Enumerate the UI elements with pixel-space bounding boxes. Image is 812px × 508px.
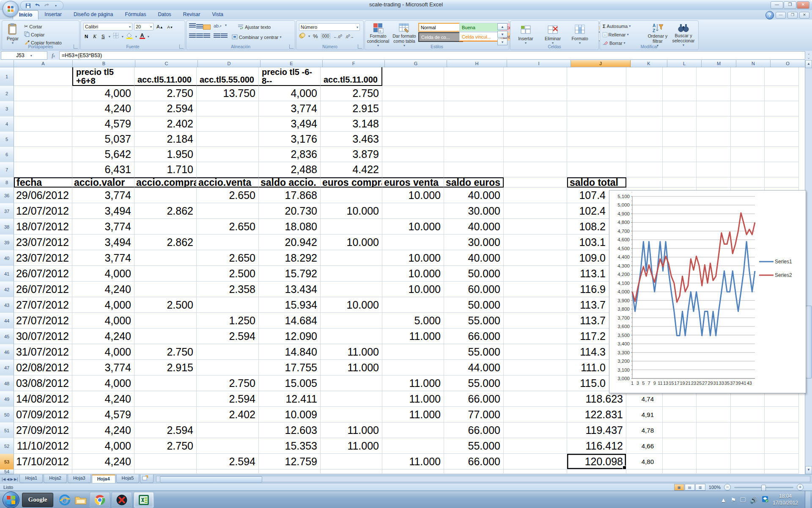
ribbon-tab-datos[interactable]: Datos	[152, 10, 177, 19]
copy-button[interactable]: Copiar	[24, 31, 62, 38]
fill-color-button[interactable]	[126, 33, 133, 41]
cell-C51[interactable]: 2.594	[134, 422, 197, 438]
cell-B47[interactable]: 3,774	[72, 360, 134, 375]
cell-B45[interactable]: 4,240	[72, 329, 134, 344]
cell-H54[interactable]	[444, 469, 504, 474]
column-header-C[interactable]: C	[135, 60, 198, 67]
font-dialog-launcher[interactable]	[179, 44, 184, 49]
cell-A46[interactable]: 31/07/2012	[14, 344, 72, 360]
cell-I41[interactable]	[504, 266, 567, 282]
align-center-icon[interactable]	[196, 33, 203, 38]
cell-E40[interactable]: 18.292	[259, 250, 321, 266]
cell-I1[interactable]	[504, 67, 567, 86]
align-bottom-icon[interactable]	[203, 25, 210, 29]
cell-C5[interactable]: 2.184	[134, 132, 197, 147]
cell-D5[interactable]	[197, 132, 259, 147]
row-header-54[interactable]: 54	[0, 469, 14, 474]
cell-D42[interactable]: 2.358	[197, 282, 259, 297]
cell-K4[interactable]	[626, 116, 663, 132]
cell-A44[interactable]: 27/07/2012	[14, 313, 72, 329]
cell-N5[interactable]	[731, 132, 765, 147]
row-header-50[interactable]: 50	[0, 407, 14, 423]
cell-J53[interactable]: 120.098	[567, 454, 626, 469]
cell-B5[interactable]: 5,037	[72, 132, 134, 147]
cell-I40[interactable]	[504, 250, 567, 266]
cell-I44[interactable]	[504, 313, 567, 329]
expand-formula-bar-icon[interactable]: ⌄⌄	[805, 51, 812, 60]
cell-C53[interactable]	[134, 454, 197, 469]
cell-E39[interactable]: 20.942	[259, 235, 321, 250]
cell-I46[interactable]	[504, 344, 567, 360]
page-layout-view-button[interactable]: ▤	[685, 484, 695, 491]
column-header-F[interactable]: F	[323, 60, 385, 67]
cell-F51[interactable]: 11.000	[321, 422, 382, 438]
cell-C47[interactable]: 2.915	[134, 360, 197, 375]
cell-B49[interactable]: 4,240	[72, 391, 134, 407]
column-header-K[interactable]: K	[631, 60, 667, 67]
cell-D43[interactable]	[197, 297, 259, 313]
cell-A53[interactable]: 17/10/2012	[14, 454, 72, 469]
zoom-level[interactable]: 100%	[709, 485, 721, 490]
cell-C39[interactable]: 2.862	[134, 235, 197, 250]
cell-B2[interactable]: 4,000	[72, 86, 134, 101]
cell-F41[interactable]	[321, 266, 382, 282]
cell-B6[interactable]: 5,642	[72, 147, 134, 162]
cell-E3[interactable]: 3,774	[259, 101, 321, 116]
cell-L5[interactable]	[663, 132, 697, 147]
workbook-minimize-button[interactable]: —	[776, 12, 786, 19]
cell-F46[interactable]: 11.000	[321, 344, 382, 360]
cell-K51[interactable]: 4,78	[626, 422, 663, 438]
cell-N52[interactable]	[731, 438, 765, 454]
cell-A3[interactable]	[14, 101, 72, 116]
delete-cells-button[interactable]: Eliminar▾	[540, 22, 565, 47]
cell-K6[interactable]	[626, 147, 663, 162]
cell-N54[interactable]	[731, 469, 765, 474]
cell-G38[interactable]: 10.000	[382, 219, 444, 235]
cell-A47[interactable]: 02/08/2012	[14, 360, 72, 375]
cell-M50[interactable]	[697, 407, 731, 422]
cell-H50[interactable]: 77.000	[444, 407, 504, 422]
ribbon-tab-diseño-de-página[interactable]: Diseño de página	[68, 10, 119, 19]
font-name-combo[interactable]: Calibri▾	[83, 23, 132, 30]
cell-I54[interactable]	[504, 469, 567, 474]
cut-button[interactable]: ✂Cortar	[24, 23, 62, 30]
row-header-2[interactable]: 2	[0, 86, 14, 102]
cell-B54[interactable]	[72, 469, 134, 474]
cell-G40[interactable]: 10.000	[382, 250, 444, 266]
cell-E36[interactable]: 17.868	[259, 188, 321, 203]
decrease-indent-icon[interactable]	[214, 33, 220, 38]
font-size-combo[interactable]: 20▾	[134, 23, 154, 30]
cell-H51[interactable]: 66.000	[444, 422, 504, 438]
cell-O52[interactable]	[765, 438, 799, 454]
row-header-53[interactable]: 53	[0, 454, 14, 470]
cell-F40[interactable]	[321, 250, 382, 266]
cell-A48[interactable]: 03/08/2012	[14, 375, 72, 391]
bold-button[interactable]: N	[83, 33, 89, 39]
cell-A51[interactable]: 27/09/2012	[14, 422, 72, 438]
folder-icon[interactable]	[74, 493, 88, 507]
cell-G7[interactable]	[382, 162, 444, 177]
cell-H39[interactable]: 30.000	[444, 235, 504, 250]
select-all-corner[interactable]	[0, 60, 14, 67]
cell-I5[interactable]	[504, 132, 567, 147]
cell-J1[interactable]	[567, 67, 626, 86]
cell-E54[interactable]	[259, 469, 321, 474]
cell-B41[interactable]: 4,000	[72, 266, 134, 282]
cell-C44[interactable]	[134, 313, 197, 329]
next-sheet-button[interactable]: ▶	[10, 477, 13, 481]
cell-L4[interactable]	[663, 116, 697, 132]
sheet-tab-hoja1[interactable]: Hoja1	[19, 475, 43, 483]
row-header-38[interactable]: 38	[0, 219, 14, 235]
cell-K7[interactable]	[626, 162, 663, 177]
cell-M2[interactable]	[697, 86, 731, 101]
cell-I51[interactable]	[504, 422, 567, 438]
cell-H44[interactable]: 55.000	[444, 313, 504, 329]
cell-F45[interactable]	[321, 329, 382, 344]
cell-F2[interactable]: 2.750	[321, 86, 382, 101]
cell-I38[interactable]	[504, 219, 567, 235]
cell-G5[interactable]	[382, 132, 444, 147]
row-header-40[interactable]: 40	[0, 250, 14, 266]
cell-I39[interactable]	[504, 235, 567, 250]
cell-C1[interactable]: acc.tl5.11.000	[134, 67, 197, 86]
cell-N51[interactable]	[731, 422, 765, 438]
